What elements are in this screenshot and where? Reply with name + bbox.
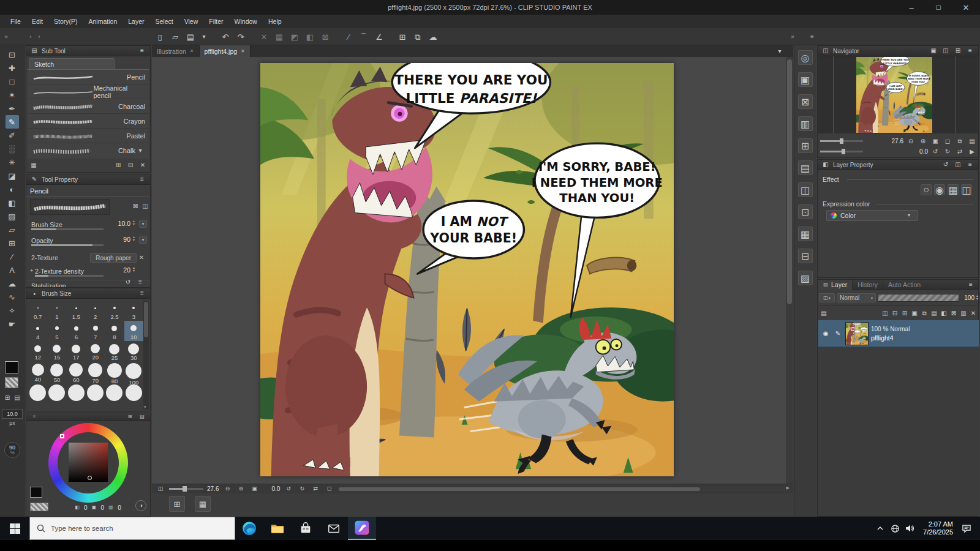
reference-layer-icon[interactable]: ◫ [961, 184, 972, 195]
menu-filter[interactable]: Filter [203, 18, 228, 25]
layer-opacity-value[interactable]: 100 [961, 294, 974, 301]
menu-animation[interactable]: Animation [83, 18, 123, 25]
brush-size-cell[interactable]: 7 [86, 321, 105, 341]
brush-size-cell[interactable]: 1.5 [67, 301, 86, 321]
merge-down-icon[interactable]: ◧ [939, 309, 949, 318]
menu-window[interactable]: Window [229, 18, 263, 25]
delete-selection-icon[interactable]: ✕ [257, 30, 271, 43]
brush-size-cell[interactable]: 80 [105, 361, 124, 381]
sub-tool-header[interactable]: ▤ Sub Tool ≡ [26, 46, 150, 56]
figure-tool-icon[interactable]: ▱ [6, 223, 19, 236]
tab-close-icon[interactable]: ✕ [241, 48, 245, 54]
subtool-item-pastel[interactable]: Pastel [28, 129, 149, 143]
eyedropper-tool-icon[interactable]: ✧ [6, 304, 19, 317]
texture-density-slider[interactable] [35, 275, 104, 277]
brush-size-dynamics-button[interactable]: ▾ [139, 220, 147, 228]
navigator-subview-icon[interactable]: ▣ [929, 46, 938, 56]
brush-size-cell-selected[interactable]: 10 [124, 321, 143, 341]
dock-arrow-right-icon[interactable]: › [34, 32, 44, 42]
download-panel-icon[interactable]: ⊠ [798, 94, 813, 109]
brush-size-cell[interactable] [47, 381, 66, 402]
menu-edit[interactable]: Edit [26, 18, 48, 25]
color-mode-toggle-icon[interactable]: ◑ [135, 500, 146, 511]
taskbar-store-button[interactable] [292, 517, 320, 540]
deselect-icon[interactable]: ▦ [273, 30, 286, 43]
brush-size-cell[interactable]: 5 [47, 321, 66, 341]
brush-size-cell[interactable]: 0.7 [28, 301, 47, 321]
fill-tool-icon[interactable]: ◧ [6, 196, 19, 209]
subtool-item-pencil[interactable]: Pencil [28, 70, 149, 84]
navigator-reset-icon[interactable]: ▶ [967, 147, 977, 157]
navigator-flip-icon[interactable]: ⇄ [955, 147, 965, 157]
zoom-value[interactable]: 27.6 [207, 485, 219, 492]
border-effect-icon[interactable]: ○ [921, 184, 932, 195]
brush-size-cell[interactable]: 15 [47, 341, 66, 361]
brush-size-cell[interactable]: 25 [105, 341, 124, 361]
pose-material-panel-icon[interactable]: ▦ [798, 227, 813, 241]
text-tool-icon[interactable]: A [6, 263, 19, 277]
menu-select[interactable]: Select [150, 18, 179, 25]
brush-size-scrollbar[interactable]: ▾ [143, 301, 149, 410]
sub-tool-menu-icon[interactable]: ≡ [137, 46, 147, 56]
airbrush-tool-icon[interactable]: ░ [6, 142, 19, 156]
3d-material-panel-icon[interactable]: ⊡ [798, 204, 813, 219]
zoom-slider[interactable] [169, 488, 203, 490]
layer-mask-display-icon[interactable]: ▤ [819, 309, 829, 318]
scale-selection-icon[interactable]: ⊠ [318, 30, 332, 43]
brush-size-cell[interactable]: 6 [67, 321, 86, 341]
decoration-tool-icon[interactable]: ✳ [6, 156, 19, 169]
hue-ring-marker[interactable] [60, 434, 64, 438]
brush-size-cell[interactable] [124, 381, 143, 402]
opacity-slider[interactable] [31, 244, 104, 246]
menu-file[interactable]: File [5, 18, 26, 25]
apply-mask-icon[interactable]: ▥ [959, 309, 968, 318]
navigator-rotate-right-icon[interactable]: ↻ [943, 147, 952, 157]
brush-size-cell[interactable] [86, 381, 105, 402]
subtool-item-chalk[interactable]: Chalk ▾ [28, 143, 149, 158]
open-file-icon[interactable]: ▱ [168, 30, 182, 43]
auto-action-tab[interactable]: Auto Action [883, 280, 925, 290]
opacity-dynamics-button[interactable]: ▾ [139, 236, 147, 244]
history-tab[interactable]: History [853, 280, 883, 290]
opacity-spinner[interactable]: ▴▾ [133, 236, 135, 242]
blend-mode-dropdown[interactable]: Normal ▾ [837, 293, 876, 302]
layer-row-selected[interactable]: ◉ ✎ 100 % Normal pfflight4 [818, 320, 979, 347]
brush-size-cell[interactable]: 100 [124, 361, 143, 381]
transfer-layer-icon[interactable]: ▤ [929, 309, 939, 318]
auto-select-tool-icon[interactable]: ✶ [6, 88, 19, 102]
density-expander-icon[interactable]: ＋ [29, 266, 34, 274]
navigator-rotation-value[interactable]: 0.0 [919, 148, 928, 155]
selection-tool-icon[interactable]: □ [6, 75, 19, 88]
color-set-icon[interactable]: ⊞ [2, 393, 12, 403]
brush-size-value[interactable]: 10.0 [110, 220, 130, 227]
brush-size-cell[interactable]: 2.5 [105, 301, 124, 321]
brush-size-slider[interactable] [31, 228, 104, 230]
brush-size-cell[interactable]: 12 [28, 341, 47, 361]
navigator-actual-icon[interactable]: ◻ [943, 137, 952, 146]
right-dock-menu-icon[interactable]: ≡ [807, 32, 817, 42]
subtool-item-charcoal[interactable]: Charcoal [28, 99, 149, 114]
gradient-tool-icon[interactable]: ▨ [6, 209, 19, 223]
operation-tool-icon[interactable]: ⊡ [6, 48, 19, 61]
taskbar-mail-button[interactable] [320, 517, 348, 540]
brush-size-cell[interactable]: 3 [124, 301, 143, 321]
navigator-zoom-in-icon[interactable]: ⊕ [918, 137, 928, 146]
tone-effect-icon[interactable]: ◉ [934, 184, 945, 195]
brush-size-cell[interactable]: 2 [86, 301, 105, 321]
navigator-menu-icon[interactable]: ≡ [965, 46, 975, 56]
new-folder-icon[interactable]: ⧉ [919, 309, 929, 318]
brush-size-menu-icon[interactable]: ≡ [137, 288, 147, 298]
delete-layer-icon[interactable]: ✕ [968, 309, 978, 318]
zoom-reset-icon[interactable]: ▣ [249, 484, 259, 494]
tray-chevron-up-icon[interactable] [873, 517, 888, 540]
action-center-icon[interactable] [959, 517, 974, 540]
navigator-grid-icon[interactable]: ⊞ [953, 46, 963, 56]
zoom-fit-icon[interactable]: ◫ [156, 484, 165, 494]
fill-icon[interactable]: ◧ [303, 30, 317, 43]
quick-zoom-panel-icon[interactable]: ◎ [798, 50, 813, 65]
menu-help[interactable]: Help [263, 18, 287, 25]
material-panel-icon[interactable]: ▣ [798, 72, 813, 87]
preview-switch-icon[interactable]: ◫ [140, 201, 150, 211]
navigator-fit-icon[interactable]: ▣ [930, 137, 940, 146]
snap-to-grid-icon[interactable]: ∠ [372, 30, 386, 43]
